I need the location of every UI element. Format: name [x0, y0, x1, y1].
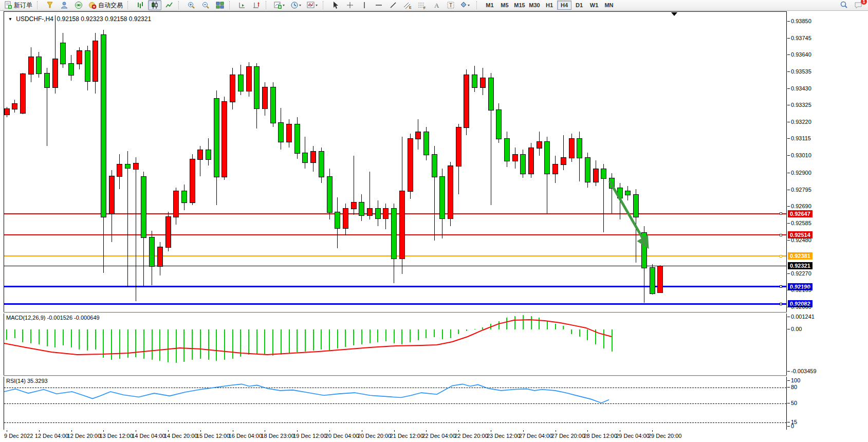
svg-text:F: F — [423, 6, 426, 9]
text-tool-button[interactable]: A — [430, 0, 443, 10]
price-axis-label: 0.92270 — [791, 270, 811, 277]
chart-shift-button[interactable] — [250, 0, 263, 10]
profile-button[interactable] — [58, 0, 71, 10]
price-axis-label: 0.93535 — [791, 68, 811, 75]
auto-scroll-button[interactable] — [235, 0, 249, 10]
price-axis-label: 0.93220 — [791, 119, 811, 125]
autotrade-icon — [88, 1, 97, 9]
price-axis-label: 0.93640 — [791, 51, 811, 58]
date-axis-label: 23 Dec 12:00 — [487, 433, 520, 439]
period-button[interactable] — [288, 0, 304, 10]
line-chart-mode-button[interactable] — [162, 0, 176, 10]
toolbar: 新订单 自动交易 E F A T — [0, 0, 868, 11]
tile-windows-icon — [216, 1, 224, 9]
macd-pane[interactable]: MACD(12,26,9) -0.001526 -0.000649 — [4, 314, 786, 375]
rsi-pane[interactable]: RSI(14) 35.3293 — [4, 377, 786, 430]
cursor-tool-button[interactable] — [329, 0, 342, 10]
date-axis[interactable]: 9 Dec 202212 Dec 04:0012 Dec 20:0013 Dec… — [4, 430, 868, 441]
price-line-tag: 0.92381 — [788, 252, 812, 260]
zoom-out-button[interactable] — [199, 0, 212, 10]
price-line-tag: 0.92647 — [788, 210, 812, 217]
macd-axis-label: 0.001241 — [791, 314, 815, 320]
toolbar-separator — [229, 1, 233, 9]
timeframe-button-m5[interactable]: M5 — [497, 1, 512, 10]
current-price-tag: 0.92321 — [788, 262, 812, 269]
price-axis-label: 0.93745 — [791, 35, 811, 41]
timeframe-button-d1[interactable]: D1 — [572, 1, 586, 10]
date-tick — [523, 430, 524, 432]
trend-arrow-annotation[interactable] — [4, 12, 786, 312]
date-tick — [394, 430, 395, 432]
tile-windows-button[interactable] — [213, 0, 227, 10]
date-tick — [587, 430, 588, 432]
date-tick — [652, 430, 653, 432]
price-axis-label: 0.92690 — [791, 203, 811, 209]
new-order-button[interactable]: 新订单 — [2, 0, 34, 10]
signal-button[interactable] — [72, 0, 85, 10]
horizontal-line-tool-button[interactable] — [372, 0, 385, 10]
date-axis-label: 20 Dec 20:00 — [358, 433, 391, 439]
toolbar-separator — [476, 1, 480, 9]
channel-icon: E — [403, 1, 412, 9]
date-axis-label: 27 Dec 04:00 — [519, 433, 552, 439]
date-tick — [297, 430, 298, 432]
vertical-line-tool-button[interactable] — [358, 0, 371, 10]
new-chart-button[interactable] — [272, 0, 287, 10]
bar-chart-mode-button[interactable] — [134, 0, 147, 10]
date-tick — [620, 430, 620, 432]
rsi-axis-label: 0 — [791, 423, 794, 429]
timeframe-button-mn[interactable]: MN — [602, 1, 616, 10]
chart-ohlc: 0.92158 0.92323 0.92158 0.92321 — [57, 15, 152, 23]
indicators-button[interactable] — [305, 0, 320, 10]
zoom-in-button[interactable] — [184, 0, 198, 10]
svg-text:A: A — [434, 2, 439, 9]
fibonacci-tool-button[interactable]: F — [415, 0, 429, 10]
date-tick — [491, 430, 491, 432]
chart-title: ▼ USDCHF-,H4 0.92158 0.92323 0.92158 0.9… — [7, 15, 151, 23]
toolbar-separator — [178, 1, 182, 9]
period-icon — [290, 1, 302, 9]
funnel-icon — [46, 1, 54, 9]
price-axis-label: 0.93430 — [791, 85, 811, 91]
shapes-tool-button[interactable] — [458, 0, 474, 10]
timeframe-button-m15[interactable]: M15 — [512, 1, 527, 10]
zoom-in-icon — [187, 1, 195, 9]
date-axis-label: 16 Dec 04:00 — [229, 433, 262, 439]
macd-axis-label: 0.00 — [791, 326, 802, 332]
date-axis-label: 14 Dec 20:00 — [164, 433, 197, 439]
date-axis-label: 12 Dec 04:00 — [35, 433, 68, 439]
date-axis-label: 29 Dec 04:00 — [616, 433, 649, 439]
price-axis[interactable]: 0.926470.925140.923810.921900.920820.923… — [787, 11, 868, 430]
trendline-tool-button[interactable] — [386, 0, 400, 10]
trendline-icon — [389, 1, 397, 9]
date-tick — [426, 430, 427, 432]
date-axis-label: 29 Dec 20:00 — [648, 433, 681, 439]
date-tick — [39, 430, 40, 432]
funnel-button[interactable] — [43, 0, 57, 10]
indicators-icon — [307, 1, 318, 9]
price-chart-pane[interactable]: ▼ USDCHF-,H4 0.92158 0.92323 0.92158 0.9… — [4, 12, 786, 312]
toolbar-separator — [37, 1, 41, 9]
crosshair-tool-button[interactable] — [343, 0, 357, 10]
timeframe-button-m30[interactable]: M30 — [527, 1, 542, 10]
date-axis-label: 22 Dec 20:00 — [454, 433, 488, 439]
channel-tool-button[interactable]: E — [401, 0, 414, 10]
search-button[interactable] — [837, 0, 851, 10]
signal-icon — [75, 1, 83, 9]
text-label-tool-button[interactable]: T — [444, 0, 457, 10]
timeframe-button-h1[interactable]: H1 — [542, 1, 557, 10]
chart-shift-marker[interactable] — [671, 12, 677, 16]
date-axis-label: 28 Dec 12:00 — [583, 433, 617, 439]
notifications-button[interactable]: 1 — [852, 0, 865, 10]
date-tick — [265, 430, 265, 432]
new-order-label: 新订单 — [14, 1, 32, 10]
candle-chart-mode-button[interactable] — [148, 0, 161, 10]
notification-badge: 1 — [861, 0, 867, 5]
auto-scroll-icon — [238, 1, 246, 9]
price-axis-label: 0.92165 — [791, 287, 811, 293]
auto-trading-button[interactable]: 自动交易 — [86, 0, 125, 10]
timeframe-button-m1[interactable]: M1 — [483, 1, 497, 10]
chart-title-triangle-icon: ▼ — [8, 16, 12, 22]
timeframe-button-w1[interactable]: W1 — [587, 1, 601, 10]
timeframe-button-h4[interactable]: H4 — [557, 1, 571, 10]
